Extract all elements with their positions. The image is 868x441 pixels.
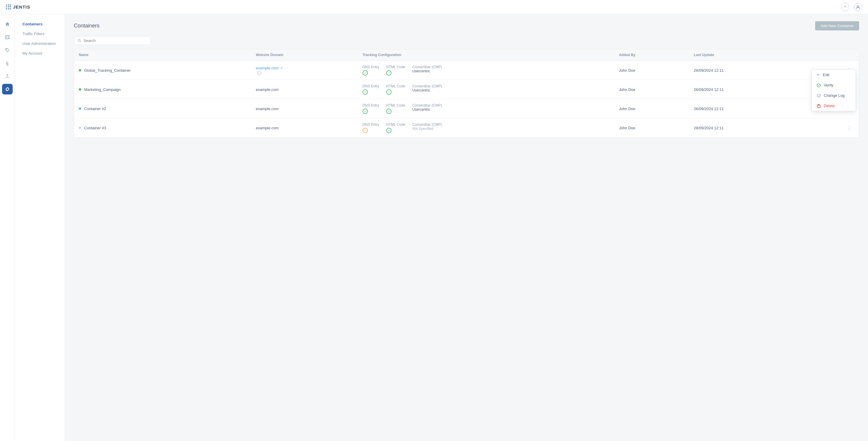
added-by-cell: John Doe (614, 61, 689, 80)
context-menu-changelog-label: Change Log (824, 93, 845, 98)
tracking-cell: DNS Entry ✓ HTML Code ✓ Consentbar (CMP) (358, 99, 614, 118)
cmp-label: Consentbar (CMP) (412, 123, 442, 127)
app-wrapper: JENTIS ? (0, 0, 868, 441)
logo-cell (8, 8, 9, 9)
context-menu: ✏ Edit Verify (812, 69, 856, 111)
domain-text: example.com (256, 106, 279, 111)
table-header-row: Name Website Domain Tracking Configurati… (74, 49, 859, 61)
dns-entry-status: ! (363, 128, 379, 133)
topbar-actions: ? (841, 3, 862, 11)
last-update-cell: 26/09/2024 12:11 (689, 80, 802, 99)
name-cell: Container #3 (74, 118, 251, 137)
table-body: Global_Tracking_Container example.com ↗i… (74, 61, 859, 137)
sidebar-icon-tag[interactable] (2, 45, 13, 56)
cmp-info: Consentbar (CMP) Usercentric (412, 65, 442, 73)
search-bar (74, 36, 151, 45)
tracking-config: DNS Entry ✓ HTML Code ✓ Consentbar (CMP) (363, 103, 609, 114)
sidebar-icons: § (0, 14, 15, 441)
sidebar-nav-containers[interactable]: Containers (17, 20, 62, 29)
page-title: Containers (74, 23, 99, 29)
context-menu-verify[interactable]: Verify (812, 80, 856, 90)
logo-cell (6, 4, 7, 6)
row-actions-button[interactable]: ⋮ (844, 124, 854, 132)
row-name-wrapper: Global_Tracking_Container (79, 68, 247, 73)
col-domain: Website Domain (251, 49, 358, 61)
search-icon (78, 39, 81, 42)
sidebar-icon-home[interactable] (2, 19, 13, 30)
dns-entry-label: DNS Entry (363, 65, 379, 69)
domain-text: example.com (256, 87, 279, 92)
status-check-icon: ✓ (386, 89, 392, 95)
search-input[interactable] (84, 38, 147, 43)
context-menu-delete-label: Delete (824, 104, 835, 108)
logo-cell (10, 8, 11, 9)
domain-link[interactable]: example.com ↗ (256, 66, 353, 70)
dns-entry-label: DNS Entry (363, 123, 379, 127)
sidebar-icon-upload[interactable] (2, 71, 13, 82)
status-check-icon: ✓ (363, 108, 368, 114)
logo-cell (10, 6, 11, 7)
context-menu-verify-label: Verify (824, 83, 833, 87)
cmp-value: Not Specified (412, 127, 442, 131)
svg-point-3 (78, 39, 80, 41)
containers-table: Name Website Domain Tracking Configurati… (74, 49, 859, 137)
sidebar-nav-user-administration[interactable]: User Administration (17, 39, 62, 48)
tracking-config: DNS Entry ✓ HTML Code ✓ Consentbar (CMP) (363, 65, 609, 75)
status-dot (79, 88, 81, 91)
dns-entry-item: DNS Entry ! (363, 123, 379, 133)
html-code-status: ✓ (386, 128, 405, 133)
name-cell: Marketing_Campaign (74, 80, 251, 99)
dns-entry-status: ✓ (363, 70, 379, 75)
sidebar-icon-section[interactable]: § (2, 58, 13, 68)
svg-point-2 (6, 49, 7, 50)
dns-entry-item: DNS Entry ✓ (363, 84, 379, 95)
container-name: Marketing_Campaign (84, 87, 121, 92)
cmp-label: Consentbar (CMP) (412, 103, 442, 107)
html-code-status: ✓ (386, 89, 405, 95)
cmp-value: Usercentric (412, 107, 442, 112)
context-menu-edit[interactable]: ✏ Edit (812, 70, 856, 80)
domain-cell: example.com (251, 80, 358, 99)
table-row: Global_Tracking_Container example.com ↗i… (74, 61, 859, 80)
sidebar-nav-traffic-filters[interactable]: Traffic Filters (17, 29, 62, 38)
status-dot (79, 127, 81, 129)
domain-cell: example.com ↗i (251, 61, 358, 80)
html-code-label: HTML Code (386, 65, 405, 69)
sidebar-nav: Containers Traffic Filters User Administ… (15, 14, 65, 441)
tracking-cell: DNS Entry ✓ HTML Code ✓ Consentbar (CMP) (358, 80, 614, 99)
table-row: Container #2 example.com DNS Entry ✓ HTM… (74, 99, 859, 118)
domain-info-icon[interactable]: i (257, 71, 261, 75)
row-name-wrapper: Container #2 (79, 106, 247, 111)
domain-cell: example.com (251, 118, 358, 137)
sidebar-icon-settings[interactable] (2, 84, 13, 94)
html-code-item: HTML Code ✓ (386, 65, 405, 75)
help-button[interactable]: ? (841, 3, 849, 11)
sidebar-nav-my-account[interactable]: My Account (17, 49, 62, 58)
logo-cell (6, 8, 7, 9)
status-dot (79, 107, 81, 110)
cmp-info: Consentbar (CMP) Not Specified (412, 123, 442, 131)
domain-text: example.com (256, 126, 279, 130)
domain-cell: example.com (251, 99, 358, 118)
user-profile-button[interactable] (854, 3, 862, 11)
context-menu-changelog[interactable]: Change Log (812, 90, 856, 101)
topbar: JENTIS ? (0, 0, 868, 14)
tracking-config: DNS Entry ! HTML Code ✓ Consentbar (CMP) (363, 123, 609, 133)
added-by-cell: John Doe (614, 80, 689, 99)
status-check-icon: ✓ (363, 89, 368, 95)
delete-icon (817, 104, 821, 108)
logo-cell (6, 6, 7, 7)
context-menu-delete[interactable]: Delete (812, 101, 856, 111)
sidebar-icon-link[interactable] (2, 32, 13, 42)
svg-point-0 (857, 6, 859, 7)
status-warning-icon: ! (363, 128, 368, 133)
col-added-by: Added By (614, 49, 689, 61)
added-by-cell: John Doe (614, 99, 689, 118)
logo-cell (8, 4, 9, 6)
status-check-icon: ✓ (386, 70, 392, 75)
container-name: Container #2 (84, 106, 106, 111)
add-new-container-button[interactable]: Add New Container (815, 21, 859, 30)
name-cell: Container #2 (74, 99, 251, 118)
html-code-item: HTML Code ✓ (386, 84, 405, 95)
cmp-value: Usercentric (412, 69, 442, 73)
